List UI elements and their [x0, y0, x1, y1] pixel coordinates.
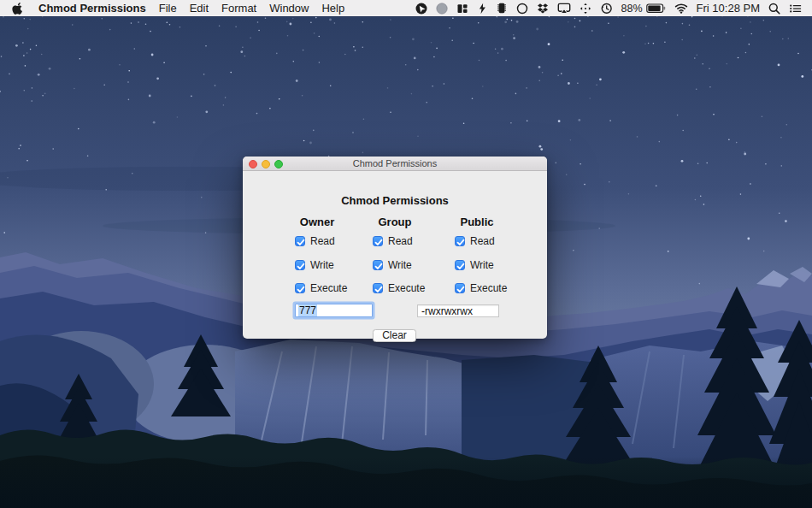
- circle-outline-icon[interactable]: [516, 3, 528, 15]
- group-execute-checkbox[interactable]: [373, 283, 383, 293]
- chip-icon[interactable]: [496, 2, 508, 15]
- column-public: Public Read Write Execute: [438, 216, 516, 297]
- chmod-permissions-window: Chmod Permissions Chmod Permissions Owne…: [243, 157, 547, 339]
- owner-read-row: Read: [278, 235, 335, 247]
- group-execute-row: Execute: [356, 282, 425, 294]
- lightning-icon[interactable]: [477, 3, 487, 15]
- apple-menu[interactable]: [12, 2, 23, 15]
- checkbox-label: Read: [310, 235, 335, 247]
- group-write-row: Write: [356, 259, 412, 271]
- window-title: Chmod Permissions: [243, 157, 547, 171]
- checkbox-label: Read: [388, 235, 413, 247]
- menu-format[interactable]: Format: [221, 2, 256, 15]
- group-read-checkbox[interactable]: [373, 236, 383, 246]
- wifi-icon[interactable]: [674, 3, 688, 14]
- group-read-row: Read: [356, 235, 413, 247]
- column-header: Owner: [278, 216, 356, 228]
- public-execute-checkbox[interactable]: [455, 283, 465, 293]
- menu-bar: Chmod Permissions File Edit Format Windo…: [0, 0, 812, 16]
- battery-icon: [646, 2, 666, 15]
- octal-permission-input[interactable]: 777: [295, 304, 373, 317]
- clear-button[interactable]: Clear: [373, 329, 416, 342]
- dropbox-icon[interactable]: [537, 3, 549, 15]
- time-machine-icon[interactable]: [600, 2, 613, 15]
- symbolic-permission-input[interactable]: -rwxrwxrwx: [417, 304, 499, 317]
- public-write-checkbox[interactable]: [455, 260, 465, 270]
- owner-write-row: Write: [278, 259, 334, 271]
- owner-execute-checkbox[interactable]: [295, 283, 305, 293]
- bottom-vignette: [0, 457, 812, 508]
- group-write-checkbox[interactable]: [373, 260, 383, 270]
- checkbox-label: Write: [310, 259, 334, 271]
- checkbox-label: Execute: [470, 282, 507, 294]
- menu-help[interactable]: Help: [321, 2, 344, 15]
- gray-circle-icon[interactable]: [436, 3, 448, 15]
- menu-window[interactable]: Window: [269, 2, 309, 15]
- menu-clock[interactable]: Fri 10:28 PM: [697, 2, 760, 15]
- location-arrow-icon[interactable]: [415, 3, 427, 15]
- checkbox-label: Write: [388, 259, 412, 271]
- checkbox-label: Execute: [388, 282, 425, 294]
- column-owner: Owner Read Write Execute: [278, 216, 356, 297]
- column-group: Group Read Write Execute: [356, 216, 434, 297]
- desktop: Chmod Permissions File Edit Format Windo…: [0, 0, 812, 508]
- window-titlebar[interactable]: Chmod Permissions: [243, 157, 547, 171]
- checkbox-label: Execute: [310, 282, 347, 294]
- symbolic-value-text: -rwxrwxrwx: [421, 305, 473, 317]
- notification-center-icon[interactable]: [789, 3, 802, 15]
- battery-status[interactable]: 88%: [621, 2, 666, 15]
- public-read-row: Read: [438, 235, 495, 247]
- public-write-row: Write: [438, 259, 494, 271]
- form-heading: Chmod Permissions: [243, 194, 547, 207]
- owner-execute-row: Execute: [278, 282, 347, 294]
- checkbox-label: Write: [470, 259, 494, 271]
- column-header: Group: [356, 216, 434, 228]
- owner-read-checkbox[interactable]: [295, 236, 305, 246]
- owner-write-checkbox[interactable]: [295, 260, 305, 270]
- octal-value-selected-text: 777: [298, 304, 317, 316]
- window-content: Chmod Permissions Owner Read Write Execu…: [243, 171, 547, 339]
- public-read-checkbox[interactable]: [455, 236, 465, 246]
- menu-edit[interactable]: Edit: [190, 2, 209, 15]
- menu-app-name[interactable]: Chmod Permissions: [38, 2, 146, 15]
- column-header: Public: [438, 216, 516, 228]
- move-arrows-icon[interactable]: [580, 3, 591, 15]
- menu-file[interactable]: File: [159, 2, 177, 15]
- apple-icon: [12, 2, 23, 15]
- window-tiles-icon[interactable]: [456, 3, 468, 15]
- public-execute-row: Execute: [438, 282, 507, 294]
- airplay-icon[interactable]: [557, 2, 571, 15]
- battery-percent: 88%: [621, 3, 643, 15]
- spotlight-icon[interactable]: [768, 3, 780, 15]
- checkbox-label: Read: [470, 235, 495, 247]
